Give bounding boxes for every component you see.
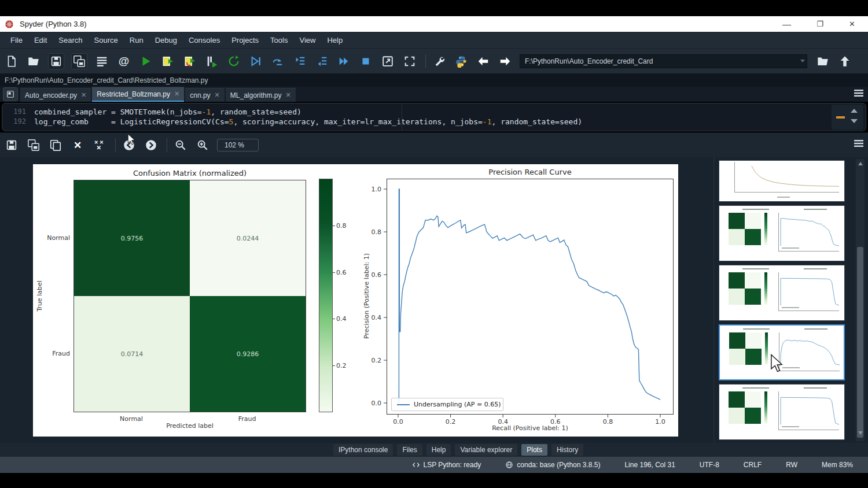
- file-switcher-icon[interactable]: [94, 54, 109, 69]
- new-file-icon[interactable]: [4, 54, 19, 69]
- zoom-out-icon[interactable]: [173, 138, 188, 153]
- code-segment: -1: [483, 117, 492, 126]
- menu-view[interactable]: View: [293, 32, 321, 49]
- colorbar-tickmark: [333, 225, 335, 226]
- debug-file-icon[interactable]: [248, 54, 263, 69]
- thumb-plot-frame: [734, 162, 839, 193]
- editor-tab-cnn-py[interactable]: cnn.py✕: [185, 88, 225, 102]
- remove-all-plots-icon[interactable]: ✕ ✕✕: [92, 138, 107, 153]
- browse-working-directory-icon[interactable]: [815, 54, 830, 69]
- code-segment: -1: [202, 108, 211, 116]
- menu-search[interactable]: Search: [53, 32, 88, 49]
- plot-zoom-level-input[interactable]: [217, 139, 259, 151]
- zoom-in-icon[interactable]: [195, 138, 210, 153]
- step-into-icon[interactable]: [292, 54, 307, 69]
- main-toolbar: @: [0, 49, 868, 73]
- menu-source[interactable]: Source: [89, 32, 124, 49]
- menu-tools[interactable]: Tools: [264, 32, 293, 49]
- step-return-icon[interactable]: [314, 54, 329, 69]
- preferences-icon[interactable]: [432, 54, 447, 69]
- menu-debug[interactable]: Debug: [149, 32, 183, 49]
- editor-tab-auto_encoder-py[interactable]: Auto_encoder.py✕: [20, 88, 91, 102]
- remove-plot-icon[interactable]: ✕: [70, 138, 85, 153]
- pr-curve-plot: 0.00.20.40.60.81.01.00.80.60.40.20.0: [387, 179, 674, 415]
- cm-cell-0-1: 0.0244: [190, 180, 306, 296]
- plot-thumbnail-1[interactable]: [719, 160, 845, 202]
- code-line[interactable]: 192log_reg_comb = LogisticRegressionCV(C…: [2, 117, 866, 127]
- thumb-cm-cell: [729, 391, 745, 408]
- tab-close-icon[interactable]: ✕: [215, 91, 220, 99]
- tab-close-icon[interactable]: ✕: [81, 91, 86, 99]
- run-selection-icon[interactable]: [204, 54, 219, 69]
- tab-close-icon[interactable]: ✕: [174, 90, 179, 98]
- menu-file[interactable]: File: [5, 32, 28, 49]
- thumbnail-scroll-up-icon[interactable]: [858, 162, 863, 165]
- open-file-icon[interactable]: [26, 54, 41, 69]
- editor-options-menu-icon[interactable]: [854, 89, 863, 99]
- next-plot-icon[interactable]: [144, 138, 159, 153]
- status-text: LSP Python: ready: [424, 461, 481, 469]
- rerun-cell-icon[interactable]: [226, 54, 241, 69]
- menu-projects[interactable]: Projects: [226, 32, 264, 49]
- plot-thumbnail-list: [719, 160, 845, 443]
- status-text: UTF-8: [700, 461, 719, 469]
- plot-thumbnail-3[interactable]: [719, 265, 845, 321]
- menu-help[interactable]: Help: [321, 32, 348, 49]
- maximize-pane-icon[interactable]: [380, 54, 395, 69]
- copy-plot-icon[interactable]: [48, 138, 63, 153]
- close-button[interactable]: ✕: [849, 20, 855, 28]
- step-over-icon[interactable]: [270, 54, 285, 69]
- plot-thumbnail-5[interactable]: [719, 384, 845, 440]
- pane-tab-files[interactable]: Files: [397, 444, 422, 456]
- fullscreen-icon[interactable]: [402, 54, 417, 69]
- editor-tab-ml_algorithm-py[interactable]: ML_algorithm.py✕: [226, 88, 296, 102]
- previous-plot-icon[interactable]: [122, 138, 137, 153]
- pane-tab-help[interactable]: Help: [426, 444, 451, 456]
- nav-back-icon[interactable]: [476, 54, 491, 69]
- thumb-legend-text: [782, 307, 799, 308]
- tab-close-icon[interactable]: ✕: [286, 91, 291, 99]
- editor-tab-label: Restricted_Boltzman.py: [97, 90, 170, 98]
- continue-execution-icon[interactable]: [336, 54, 351, 69]
- working-directory-input[interactable]: [520, 54, 807, 68]
- plot-thumbnail-4[interactable]: [719, 324, 845, 380]
- symbol-finder-icon[interactable]: @: [116, 54, 131, 69]
- thumb-cm-cell: [729, 332, 745, 349]
- pane-tab-history[interactable]: History: [551, 444, 583, 456]
- nav-forward-icon[interactable]: [498, 54, 513, 69]
- code-editor[interactable]: 191combined_sampler = SMOTETomek(n_jobs=…: [2, 103, 866, 131]
- run-cell-icon[interactable]: [160, 54, 175, 69]
- run-cell-advance-icon[interactable]: [182, 54, 197, 69]
- status-text: Mem 83%: [822, 461, 853, 469]
- save-file-icon[interactable]: [48, 53, 64, 69]
- editor-scroll-down-icon[interactable]: [851, 119, 858, 123]
- pane-tab-variable-explorer[interactable]: Variable explorer: [455, 444, 517, 456]
- browse-tabs-icon[interactable]: [3, 87, 18, 101]
- editor-scroll-up-icon[interactable]: [851, 109, 858, 113]
- menu-run[interactable]: Run: [124, 32, 149, 49]
- minimize-button[interactable]: —: [782, 19, 791, 29]
- menu-edit[interactable]: Edit: [28, 32, 53, 49]
- plot-thumbnail-2[interactable]: [719, 205, 845, 261]
- pythonpath-manager-icon[interactable]: [454, 54, 469, 69]
- pane-tab-ipython-console[interactable]: IPython console: [333, 444, 393, 456]
- save-all-plots-icon[interactable]: [26, 138, 41, 153]
- menu-bar: FileEditSearchSourceRunDebugConsolesProj…: [0, 32, 868, 49]
- parent-directory-icon[interactable]: [837, 54, 852, 69]
- save-all-icon[interactable]: [71, 53, 87, 69]
- cm-xlabel: Predicted label: [166, 422, 214, 430]
- code-text: combined_sampler = SMOTETomek(n_jobs=-1,…: [34, 107, 301, 117]
- restore-button[interactable]: ❐: [816, 20, 823, 28]
- cm-ytick-fraud: Fraud: [52, 350, 70, 357]
- plots-options-menu-icon[interactable]: [854, 139, 863, 150]
- code-line[interactable]: 191combined_sampler = SMOTETomek(n_jobs=…: [2, 107, 866, 117]
- stop-debug-icon[interactable]: [358, 54, 373, 69]
- cwd-dropdown-icon[interactable]: [800, 60, 805, 62]
- editor-tab-restricted_boltzman-py[interactable]: Restricted_Boltzman.py✕: [92, 87, 184, 102]
- thumbnail-scroll-down-icon[interactable]: [858, 431, 863, 435]
- pane-tab-plots[interactable]: Plots: [521, 444, 547, 456]
- thumbnail-scrollbar-thumb[interactable]: [857, 247, 863, 438]
- run-file-icon[interactable]: [138, 54, 153, 69]
- menu-consoles[interactable]: Consoles: [183, 32, 226, 49]
- save-plot-icon[interactable]: [4, 138, 19, 153]
